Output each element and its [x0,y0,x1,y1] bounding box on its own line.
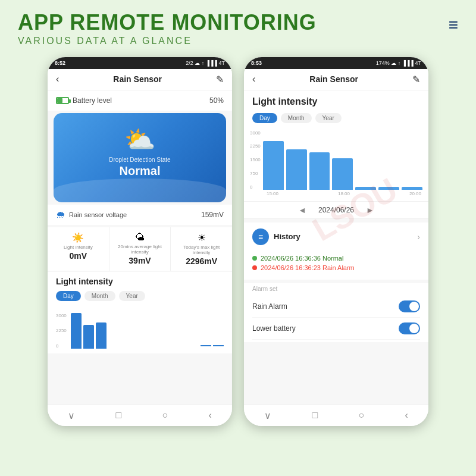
phones-container: 8:52 2/2 ☁ ↑ ▐▐▐ 4T ‹ Rain Sensor ✎ Batt… [0,51,476,432]
date-next[interactable]: ► [366,205,374,215]
back-button-2[interactable]: ‹ [252,74,255,84]
p2-chart [263,130,422,190]
intensity-value-0: 0mV [51,251,105,261]
phone-1: 8:52 2/2 ☁ ↑ ▐▐▐ 4T ‹ Rain Sensor ✎ Batt… [48,57,232,426]
bottom-nav-circle-2[interactable]: ○ [358,410,364,421]
app-title: APP REMOTE MONITORING [18,11,449,35]
bottom-nav-chevron-1[interactable]: ∨ [68,410,75,421]
intensity-value-1: 39mV [113,256,167,265]
p2-x-labels: 15:00 18:00 20:00 [265,190,422,196]
bottom-nav-chevron-2[interactable]: ∨ [264,410,271,421]
history-label: History [274,232,300,241]
bottom-nav-2: ∨ □ ○ ‹ [244,405,428,426]
alarm-label-0: Rain Alarm [252,302,287,311]
light-intensity-label-1: Light intensity [48,272,232,289]
date-nav: ◄ 2024/06/26 ► [244,201,428,219]
bottom-nav-square-1[interactable]: □ [115,410,121,421]
history-entries: 2024/06/26 16:36:36 Normal 2024/06/26 16… [244,251,428,280]
intensity-icon-2: ☀ [174,232,228,243]
bottom-nav-circle-1[interactable]: ○ [162,410,168,421]
tab-row-1: Day Month Year [48,289,232,306]
chart-line-1-0 [201,345,211,346]
intensity-label-2: Today's max light intensity [174,245,228,255]
bottom-nav-back-1[interactable]: ‹ [208,410,211,421]
tab-month-1[interactable]: Month [84,291,115,301]
battery-label: Battery level [73,96,112,105]
bottom-nav-back-2[interactable]: ‹ [405,410,408,421]
back-button-1[interactable]: ‹ [56,74,59,84]
nav-title-2: Rain Sensor [309,74,358,84]
nav-bar-2: ‹ Rain Sensor ✎ [244,69,428,90]
bottom-nav-1: ∨ □ ○ ‹ [48,405,232,426]
bottom-nav-square-2[interactable]: □ [312,410,318,421]
battery-value: 50% [209,96,224,105]
intensity-label-0: Light intensity [51,245,105,250]
battery-icon [56,97,69,104]
droplet-label: Droplet Detection State [63,156,217,163]
date-display: 2024/06/26 [318,206,354,214]
rain-voltage-row: 🌧 Rain sensor voltage 159mV [48,205,232,225]
status-bar-2: 8:53 174% ☁ ↑ ▐▐▐ 4T [244,57,428,69]
p2-y-labels: 3000 2250 1500 750 0 [250,130,261,190]
intensity-cell-1: 🌤 20mins average light intensity 39mV [109,227,171,271]
app-subtitle: VARIOUS DATA AT A GLANCE [18,36,449,46]
tab-day-2[interactable]: Day [252,113,277,123]
history-entry-1: 2024/06/26 16:36:23 Rain Alarm [252,264,420,271]
phone2-content: Light intensity Day Month Year 3000 2250… [244,90,428,405]
intensity-cell-2: ☀ Today's max light intensity 2296mV [171,227,232,271]
p2-section-title: Light intensity [244,90,428,111]
phone1-content: Battery level 50% ⛅ Droplet Detection St… [48,90,232,405]
weather-icon: ⛅ [63,125,217,154]
history-arrow[interactable]: › [417,232,420,242]
status-time-2: 8:53 [251,60,262,66]
edit-button-1[interactable]: ✎ [216,74,224,85]
alarm-section-label: Alarm set [252,286,420,292]
date-prev[interactable]: ◄ [298,205,306,215]
dot-green-0 [252,256,257,261]
rain-label: Rain sensor voltage [69,211,127,218]
tab-month-2[interactable]: Month [281,113,312,123]
p2-bar-2 [309,152,330,189]
chart-bar-1-0 [71,313,82,349]
dot-red-1 [252,265,257,270]
chart-bar-1-1 [83,325,94,349]
alarm-section: Alarm set Rain Alarm Lower battery [244,283,428,342]
nav-bar-1: ‹ Rain Sensor ✎ [48,69,232,90]
intensity-cell-0: ☀️ Light intensity 0mV [48,227,109,271]
battery-fill [57,98,62,103]
chart-y-labels-1: 300022500 [56,313,67,349]
entry-text-1: 2024/06/26 16:36:23 Rain Alarm [261,264,355,271]
history-icon: ≡ [252,228,269,245]
weather-card: ⛅ Droplet Detection State Normal [54,113,226,202]
p2-bar-4 [355,187,376,190]
tab-year-2[interactable]: Year [315,113,342,123]
header-text: APP REMOTE MONITORING VARIOUS DATA AT A … [18,11,449,46]
intensity-label-1: 20mins average light intensity [113,244,167,255]
droplet-state: Normal [63,164,217,178]
intensity-icon-1: 🌤 [113,232,167,243]
p2-bar-3 [332,158,353,190]
p2-bar-6 [402,187,422,190]
tab-year-1[interactable]: Year [119,291,145,301]
history-row[interactable]: ≡ History › [244,223,428,251]
intensity-value-2: 2296mV [174,256,228,266]
battery-row: Battery level 50% [48,90,232,111]
p2-bar-0 [263,141,284,190]
p2-bar-1 [286,149,307,189]
alarm-label-1: Lower battery [252,324,296,333]
phone-2: 8:53 174% ☁ ↑ ▐▐▐ 4T ‹ Rain Sensor ✎ Lig… [244,57,428,426]
alarm-row-1: Lower battery [252,318,420,340]
menu-icon[interactable]: ≡ [449,17,458,33]
header: APP REMOTE MONITORING VARIOUS DATA AT A … [0,0,476,51]
mini-chart-1: 300022500 [48,306,232,353]
alarm-toggle-0[interactable] [399,300,420,312]
rain-value: 159mV [201,211,224,219]
rain-icon: 🌧 [56,209,65,220]
status-right-1: 2/2 ☁ ↑ ▐▐▐ 4T [186,60,225,66]
edit-button-2[interactable]: ✎ [412,74,420,85]
alarm-toggle-1[interactable] [399,322,420,334]
p2-chart-wrapper: 3000 2250 1500 750 0 [250,130,422,190]
history-entry-0: 2024/06/26 16:36:36 Normal [252,255,420,262]
nav-title-1: Rain Sensor [113,74,162,84]
tab-day-1[interactable]: Day [56,291,81,301]
